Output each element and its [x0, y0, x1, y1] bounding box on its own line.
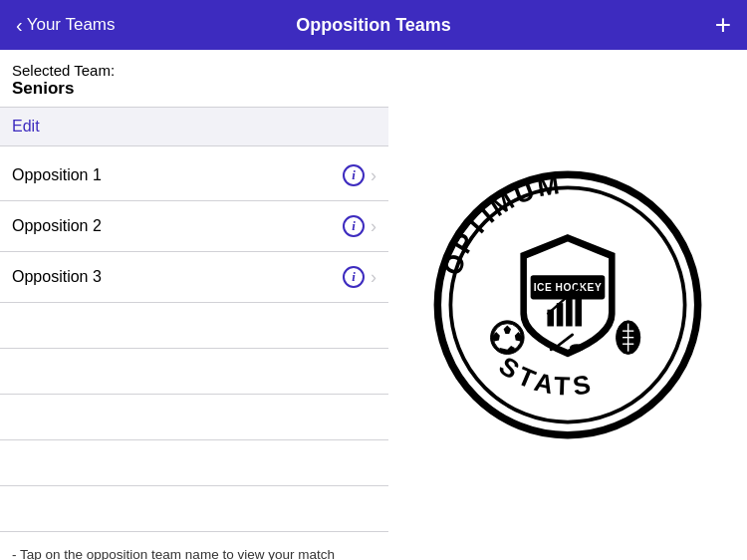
optimum-stats-logo: OPTIMUM STATS ICE HOCKEY — [428, 165, 707, 444]
opposition-name-2: Opposition 2 — [12, 217, 102, 235]
opposition-row-2[interactable]: Opposition 2 i › — [0, 201, 388, 252]
empty-row-1 — [0, 303, 388, 349]
left-panel: Selected Team: Seniors Edit Opposition 1… — [0, 50, 388, 560]
chevron-right-icon-1: › — [371, 165, 376, 186]
back-button[interactable]: ‹ Your Teams — [16, 14, 116, 37]
opposition-name-1: Opposition 1 — [12, 166, 102, 184]
chevron-right-icon-3: › — [371, 267, 376, 288]
opposition-name-3: Opposition 3 — [12, 268, 102, 286]
opposition-list: Opposition 1 i › Opposition 2 i › Opposi… — [0, 150, 388, 303]
header: ‹ Your Teams Opposition Teams + — [0, 0, 747, 50]
svg-rect-9 — [575, 292, 582, 327]
right-panel: OPTIMUM STATS ICE HOCKEY — [388, 50, 747, 560]
empty-rows — [0, 303, 388, 532]
selected-team-section: Selected Team: Seniors — [0, 62, 388, 107]
opposition-row-right-2: i › — [343, 215, 376, 237]
main-content: Selected Team: Seniors Edit Opposition 1… — [0, 50, 747, 560]
edit-row[interactable]: Edit — [0, 107, 388, 146]
empty-row-4 — [0, 440, 388, 486]
svg-text:ICE HOCKEY: ICE HOCKEY — [534, 282, 602, 293]
opposition-row-1[interactable]: Opposition 1 i › — [0, 150, 388, 201]
instruction-line: - Tap on the opposition team name to vie… — [12, 544, 376, 560]
selected-team-label: Selected Team: — [12, 62, 376, 79]
empty-row-2 — [0, 349, 388, 395]
back-label: Your Teams — [27, 15, 116, 35]
edit-link[interactable]: Edit — [12, 118, 40, 135]
selected-team-name: Seniors — [12, 79, 376, 99]
info-icon-2[interactable]: i — [343, 215, 365, 237]
empty-row-3 — [0, 395, 388, 440]
chevron-left-icon: ‹ — [16, 14, 23, 37]
info-icon-3[interactable]: i — [343, 266, 365, 288]
opposition-row-right-3: i › — [343, 266, 376, 288]
info-icon-1[interactable]: i — [343, 164, 365, 186]
empty-row-5 — [0, 486, 388, 532]
svg-point-25 — [570, 344, 585, 351]
opposition-row-right-1: i › — [343, 164, 376, 186]
opposition-row-3[interactable]: Opposition 3 i › — [0, 252, 388, 303]
chevron-right-icon-2: › — [371, 216, 376, 237]
svg-rect-8 — [566, 297, 573, 327]
add-button[interactable]: + — [715, 11, 731, 39]
page-title: Opposition Teams — [296, 15, 451, 36]
footer-instructions: - Tap on the opposition team name to vie… — [0, 532, 388, 560]
